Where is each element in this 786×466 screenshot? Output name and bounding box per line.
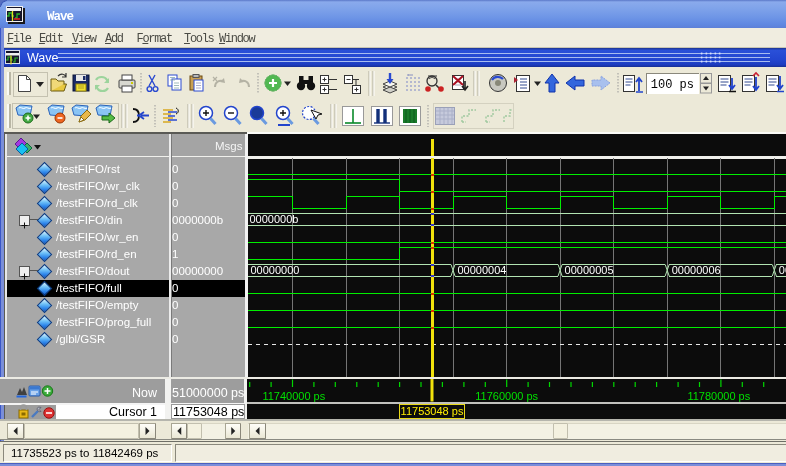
- svg-text:00000006: 00000006: [672, 264, 721, 276]
- svg-text:100 ps: 100 ps: [651, 78, 694, 92]
- svg-text:00000004: 00000004: [458, 264, 507, 276]
- svg-text:11760000 ps: 11760000 ps: [475, 390, 538, 402]
- svg-text:11740000 ps: 11740000 ps: [262, 390, 325, 402]
- svg-text:00000000: 00000000: [251, 264, 300, 276]
- svg-text:00000005: 00000005: [565, 264, 614, 276]
- svg-text:11780000 ps: 11780000 ps: [687, 390, 750, 402]
- svg-text:00000007: 00000007: [779, 264, 786, 276]
- svg-text:0000000b: 0000000b: [250, 213, 299, 225]
